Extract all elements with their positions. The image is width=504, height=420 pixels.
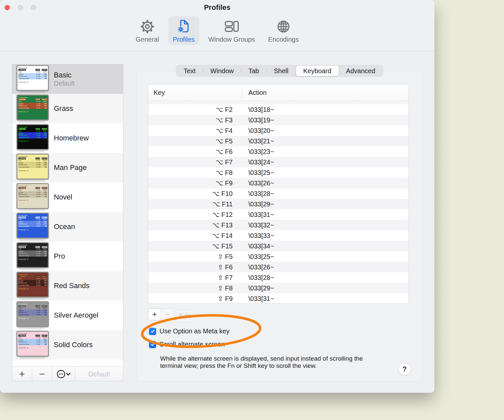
tab-text[interactable]: Text	[176, 66, 203, 76]
action-cell: \033[23~	[242, 148, 274, 156]
profile-list-item-novel[interactable]: Terminal#COMMAND%CPURPRVTtop4.1%231KXcod…	[12, 182, 123, 212]
add-profile-button[interactable]: +	[12, 367, 32, 381]
scroll-alternate-screen-row: Scroll alternate screen	[149, 341, 225, 348]
tab-window[interactable]: Window	[203, 66, 241, 76]
tab-shell[interactable]: Shell	[267, 66, 296, 76]
key-cell: ⌥ F2	[148, 106, 242, 114]
profile-name: Solid Colors	[54, 341, 93, 349]
action-cell: \033[29~	[242, 200, 274, 208]
key-column-header[interactable]: Key	[148, 89, 242, 96]
use-option-as-meta-checkbox[interactable]	[149, 328, 156, 335]
table-row[interactable]: ⇧ F7 \033[28~	[148, 272, 409, 283]
table-row[interactable]: ⌥ F2 \033[18~	[148, 104, 409, 115]
table-row[interactable]: ⌥ F5 \033[21~	[148, 136, 409, 146]
action-cell: \033[28~	[242, 190, 274, 198]
profile-list-item-ocean[interactable]: Terminal#COMMAND%CPURPRVTtop4.1%231KXcod…	[12, 212, 123, 242]
table-row[interactable]: ⇧ F6 \033[26~	[148, 262, 409, 272]
action-cell: \033[28~	[242, 274, 274, 282]
action-cell: \033[32~	[242, 221, 274, 229]
toolbar-item-profiles[interactable]: Profiles	[168, 16, 199, 45]
toolbar-item-window-groups[interactable]: Window Groups	[204, 16, 259, 45]
table-row[interactable]: ⌥ F3 \033[19~	[148, 115, 409, 125]
table-row[interactable]: ⌥ F6 \033[23~	[148, 146, 409, 157]
key-cell: ⌥ F8	[148, 169, 242, 177]
column-divider[interactable]	[242, 87, 242, 98]
thumbnail-reflection	[19, 269, 45, 271]
profile-list-item-man-page[interactable]: Terminal#COMMAND%CPURPRVTtop4.1%231KXcod…	[12, 153, 123, 182]
tab-tab[interactable]: Tab	[241, 66, 266, 76]
profile-settings-panel: TextWindowTabShellKeyboardAdvanced Key A…	[136, 71, 423, 382]
preferences-window: Profiles	[0, 0, 434, 393]
window-title: Profiles	[0, 3, 434, 12]
profile-list-item-grass[interactable]: Terminal#COMMAND%CPURPRVTtop4.1%231KXcod…	[12, 94, 123, 123]
ellipsis-menu-icon	[56, 369, 71, 379]
checkmark-icon	[150, 342, 155, 347]
scroll-alternate-screen-checkbox[interactable]	[149, 341, 156, 348]
profile-subtitle: Default	[54, 79, 74, 87]
thumbnail-reflection	[19, 121, 45, 123]
toolbar: General	[0, 16, 434, 45]
table-row[interactable]: ⇧ F5 \033[25~	[148, 251, 409, 262]
profile-list-item-red-sands[interactable]: Terminal#COMMAND%CPURPRVTtop4.1%231KXcod…	[12, 271, 123, 301]
profile-list: Terminal#COMMAND%CPURPRVTtop4.1%231KXcod…	[12, 64, 123, 367]
profile-name: Ocean	[54, 222, 75, 231]
profile-list-item-solid-colors[interactable]: Terminal#COMMAND%CPURPRVTtop4.1%231KXcod…	[12, 330, 123, 360]
profile-actions-menu-button[interactable]	[52, 367, 75, 381]
thumbnail-reflection	[19, 239, 45, 241]
profile-list-item-basic[interactable]: Terminal#COMMAND%CPURPRVTtop4.1%231KXcod…	[12, 64, 123, 94]
titlebar: Profiles	[0, 0, 434, 51]
tab-keyboard[interactable]: Keyboard	[296, 66, 339, 76]
thumbnail-reflection	[19, 328, 45, 330]
profile-list-item-silver-aerogel[interactable]: Terminal#COMMAND%CPURPRVTtop4.1%231KXcod…	[12, 301, 123, 330]
key-cell: ⌥ F9	[148, 179, 242, 187]
table-row[interactable]: ⇧ F9 \033[31~	[148, 293, 409, 304]
key-cell: ⌥ F14	[148, 232, 242, 240]
table-row[interactable]: ⇧ F8 \033[29~	[148, 283, 409, 293]
edit-mapping-button[interactable]: Edit	[176, 309, 194, 323]
help-button[interactable]: ?	[398, 363, 411, 375]
profile-list-item-pro[interactable]: Terminal#COMMAND%CPURPRVTtop4.1%231KXcod…	[12, 242, 123, 271]
table-row[interactable]: ⌥ F8 \033[25~	[148, 167, 409, 178]
table-row[interactable]: ⌥ F9 \033[26~	[148, 178, 409, 188]
action-cell: \033[31~	[242, 211, 274, 219]
table-row[interactable]: ⌥ F13 \033[32~	[148, 220, 409, 230]
table-row[interactable]: ⌥ F15 \033[34~	[148, 241, 409, 251]
profile-name: Grass	[54, 104, 73, 113]
profile-thumbnail: Terminal#COMMAND%CPURPRVTtop4.1%231KXcod…	[16, 331, 48, 359]
desktop-background: Profiles	[0, 0, 504, 420]
globe-icon	[276, 19, 291, 34]
table-row[interactable]: ⌥ F7 \033[24~	[148, 157, 409, 167]
action-column-header[interactable]: Action	[242, 89, 267, 96]
table-row[interactable]: ⌥ F12 \033[31~	[148, 209, 409, 220]
table-row[interactable]: ⌥ F10 \033[28~	[148, 188, 409, 199]
key-cell: ⌥ F11	[148, 200, 242, 208]
action-cell: \033[26~	[242, 179, 274, 187]
profile-list-item-homebrew[interactable]: Terminal#COMMAND%CPURPRVTtop4.1%231KXcod…	[12, 123, 123, 153]
profile-name: Homebrew	[54, 134, 89, 142]
toolbar-item-encodings[interactable]: Encodings	[264, 16, 303, 45]
mapping-actions: + − Edit	[148, 308, 194, 323]
alternate-screen-help-text: While the alternate screen is displayed,…	[160, 355, 383, 369]
toolbar-item-general[interactable]: General	[132, 16, 163, 45]
table-row[interactable]: ⌥ F4 \033[20~	[148, 125, 409, 136]
profile-thumbnail: Terminal#COMMAND%CPURPRVTtop4.1%231KXcod…	[16, 213, 48, 241]
action-cell: \033[18~	[242, 106, 274, 114]
action-cell: \033[20~	[242, 127, 274, 135]
key-cell: ⌥ F13	[148, 221, 242, 229]
remove-profile-button[interactable]: −	[32, 367, 52, 381]
key-cell: ⇧ F9	[148, 295, 242, 303]
action-cell: \033[33~	[242, 232, 274, 240]
key-cell: ⇧ F8	[148, 284, 242, 292]
default-profile-button[interactable]: Default	[75, 367, 123, 381]
key-cell: ⌥ F4	[148, 127, 242, 135]
profile-thumbnail: Terminal#COMMAND%CPURPRVTtop4.1%231KXcod…	[16, 65, 48, 94]
thumbnail-reflection	[19, 151, 45, 153]
key-mappings-table: Key Action ⌥ F2 \033[18~ ⌥ F3 \033[19~ ⌥…	[148, 84, 409, 304]
tab-advanced[interactable]: Advanced	[339, 66, 383, 76]
profile-name: Silver Aerogel	[54, 311, 98, 320]
table-row[interactable]: ⌥ F11 \033[29~	[148, 199, 409, 209]
table-row[interactable]: ⌥ F14 \033[33~	[148, 230, 409, 241]
remove-mapping-button[interactable]: −	[161, 308, 174, 320]
add-mapping-button[interactable]: +	[148, 308, 161, 320]
toolbar-label: Profiles	[173, 36, 195, 43]
